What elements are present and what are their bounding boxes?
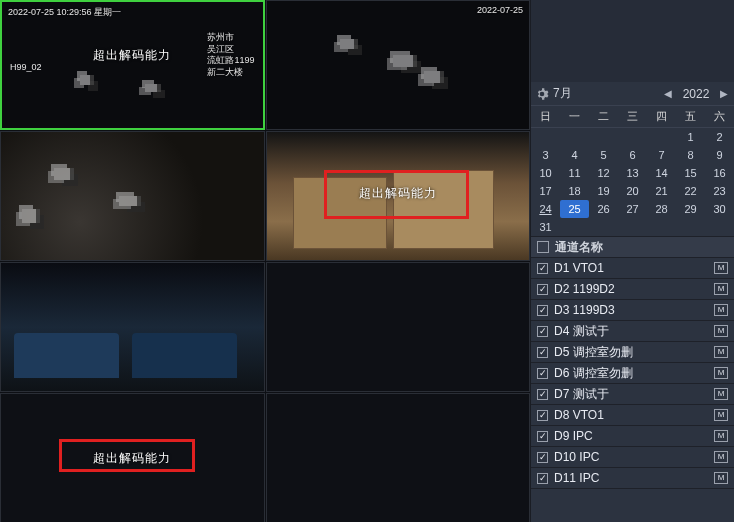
calendar-month[interactable]: 7月 (553, 85, 662, 102)
calendar-header: 7月 ◀ 2022 ▶ (531, 82, 734, 106)
decode-error-text: 超出解码能力 (359, 185, 437, 202)
m-badge: M (714, 304, 728, 316)
m-badge: M (714, 262, 728, 274)
checkbox-icon[interactable] (537, 241, 549, 253)
checkbox-icon[interactable]: ✓ (537, 410, 548, 421)
calendar-day[interactable]: 7 (647, 146, 676, 164)
video-tile-2[interactable]: 2022-07-25 (266, 0, 531, 130)
checkbox-icon[interactable]: ✓ (537, 305, 548, 316)
calendar-blank (647, 128, 676, 146)
calendar-day[interactable]: 21 (647, 182, 676, 200)
month-next[interactable]: ▶ (718, 88, 730, 99)
calendar-day[interactable]: 20 (618, 182, 647, 200)
channel-list[interactable]: ✓D1 VTO1M✓D2 1199D2M✓D3 1199D3M✓D4 测试于M✓… (531, 258, 734, 522)
calendar-day[interactable]: 30 (705, 200, 734, 218)
channel-row[interactable]: ✓D7 测试于M (531, 384, 734, 405)
channel-row[interactable]: ✓D4 测试于M (531, 321, 734, 342)
video-tile-6[interactable] (266, 262, 531, 392)
m-badge: M (714, 388, 728, 400)
m-badge: M (714, 283, 728, 295)
timestamp: 2022-07-25 10:29:56 星期一 (8, 6, 121, 19)
calendar-day[interactable]: 6 (618, 146, 647, 164)
video-grid: 2022-07-25 10:29:56 星期一 H99_02 超出解码能力 苏州… (0, 0, 530, 522)
calendar-day[interactable]: 26 (589, 200, 618, 218)
calendar-day[interactable]: 3 (531, 146, 560, 164)
checkbox-icon[interactable]: ✓ (537, 368, 548, 379)
calendar-dow: 二 (589, 106, 618, 128)
calendar-day[interactable]: 4 (560, 146, 589, 164)
checkbox-icon[interactable]: ✓ (537, 431, 548, 442)
channel-row[interactable]: ✓D10 IPCM (531, 447, 734, 468)
calendar-day[interactable]: 1 (676, 128, 705, 146)
calendar-dow: 五 (676, 106, 705, 128)
calendar-day[interactable]: 19 (589, 182, 618, 200)
side-panel: 7月 ◀ 2022 ▶ 日一二三四五六 12345678910111213141… (530, 0, 734, 522)
channel-row[interactable]: ✓D2 1199D2M (531, 279, 734, 300)
calendar-day[interactable]: 18 (560, 182, 589, 200)
video-tile-3[interactable] (0, 131, 265, 261)
video-tile-7[interactable]: 超出解码能力 (0, 393, 265, 522)
calendar-day[interactable]: 11 (560, 164, 589, 182)
channel-row[interactable]: ✓D11 IPCM (531, 468, 734, 489)
video-tile-8[interactable] (266, 393, 531, 522)
gear-icon[interactable] (535, 87, 549, 101)
calendar-day[interactable]: 28 (647, 200, 676, 218)
checkbox-icon[interactable]: ✓ (537, 263, 548, 274)
calendar-day[interactable]: 5 (589, 146, 618, 164)
month-prev[interactable]: ◀ (662, 88, 674, 99)
calendar-day[interactable]: 14 (647, 164, 676, 182)
channel-row[interactable]: ✓D9 IPCM (531, 426, 734, 447)
calendar-day[interactable]: 2 (705, 128, 734, 146)
video-tile-1[interactable]: 2022-07-25 10:29:56 星期一 H99_02 超出解码能力 苏州… (0, 0, 265, 130)
calendar-blank (589, 128, 618, 146)
channel-name: D5 调控室勿删 (554, 344, 712, 361)
calendar-day[interactable]: 8 (676, 146, 705, 164)
timestamp: 2022-07-25 (477, 5, 523, 15)
m-badge: M (714, 346, 728, 358)
channel-row[interactable]: ✓D6 调控室勿删M (531, 363, 734, 384)
channel-row[interactable]: ✓D3 1199D3M (531, 300, 734, 321)
channel-row[interactable]: ✓D1 VTO1M (531, 258, 734, 279)
calendar-day[interactable]: 12 (589, 164, 618, 182)
calendar-day[interactable]: 9 (705, 146, 734, 164)
calendar-day[interactable]: 13 (618, 164, 647, 182)
channel-name: D11 IPC (554, 471, 712, 485)
calendar-dow: 六 (705, 106, 734, 128)
channel-name: D8 VTO1 (554, 408, 712, 422)
m-badge: M (714, 367, 728, 379)
calendar-day[interactable]: 23 (705, 182, 734, 200)
m-badge: M (714, 451, 728, 463)
calendar-day[interactable]: 29 (676, 200, 705, 218)
checkbox-icon[interactable]: ✓ (537, 473, 548, 484)
calendar-day[interactable]: 17 (531, 182, 560, 200)
channel-label: H99_02 (10, 62, 42, 72)
side-spacer (531, 0, 734, 82)
checkbox-icon[interactable]: ✓ (537, 347, 548, 358)
calendar-day[interactable]: 25 (560, 200, 589, 218)
calendar-day[interactable]: 31 (531, 218, 560, 236)
video-tile-5[interactable] (0, 262, 265, 392)
calendar-day[interactable]: 15 (676, 164, 705, 182)
calendar-day[interactable]: 27 (618, 200, 647, 218)
channel-name: D7 测试于 (554, 386, 712, 403)
checkbox-icon[interactable]: ✓ (537, 326, 548, 337)
channel-row[interactable]: ✓D8 VTO1M (531, 405, 734, 426)
checkbox-icon[interactable]: ✓ (537, 284, 548, 295)
channel-name: D3 1199D3 (554, 303, 712, 317)
video-tile-4[interactable]: 超出解码能力 (266, 131, 531, 261)
channel-list-header[interactable]: 通道名称 (531, 236, 734, 258)
calendar-dow: 一 (560, 106, 589, 128)
calendar-dow: 日 (531, 106, 560, 128)
decode-error-text: 超出解码能力 (93, 46, 171, 63)
calendar-year[interactable]: 2022 (674, 87, 718, 101)
calendar-day[interactable]: 16 (705, 164, 734, 182)
decode-error-text: 超出解码能力 (93, 450, 171, 467)
channel-name: D10 IPC (554, 450, 712, 464)
calendar-day[interactable]: 10 (531, 164, 560, 182)
checkbox-icon[interactable]: ✓ (537, 452, 548, 463)
channel-row[interactable]: ✓D5 调控室勿删M (531, 342, 734, 363)
calendar-day[interactable]: 24 (531, 200, 560, 218)
checkbox-icon[interactable]: ✓ (537, 389, 548, 400)
calendar-day[interactable]: 22 (676, 182, 705, 200)
m-badge: M (714, 325, 728, 337)
